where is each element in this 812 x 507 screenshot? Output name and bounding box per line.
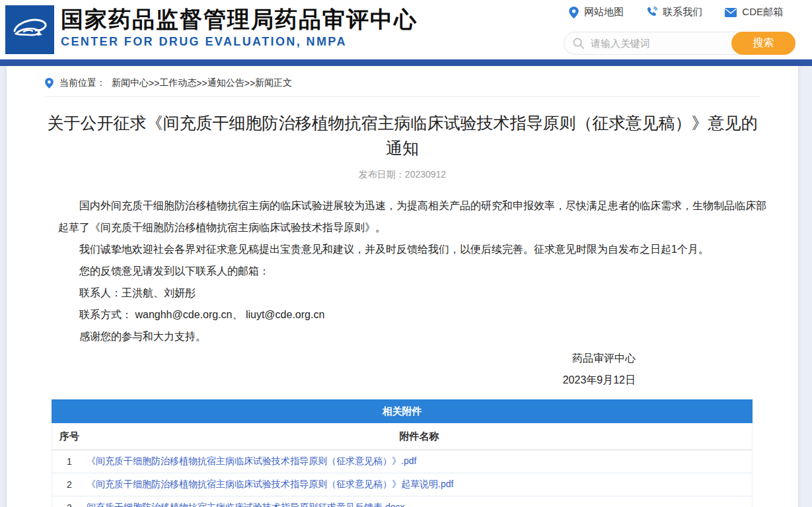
article-paragraph: 我们诚挚地欢迎社会各界对征求意见稿提出宝贵意见和建议，并及时反馈给我们，以便后续… bbox=[58, 238, 766, 260]
attachment-link-pdf-drafting-notes[interactable]: 《间充质干细胞防治移植物抗宿主病临床试验技术指导原则（征求意见稿）》起草说明.p… bbox=[87, 479, 453, 489]
contact-us-link[interactable]: 联系我们 bbox=[646, 6, 702, 18]
attachments-table: 相关附件 序号 附件名称 1 《间充质干细胞防治移植物抗宿主病临床试验技术指导原… bbox=[52, 399, 753, 507]
search-input[interactable] bbox=[589, 37, 721, 50]
location-pin-icon bbox=[569, 7, 579, 18]
phone-icon bbox=[646, 7, 657, 18]
site-header: 国家药品监督管理局药品审评中心 CENTER FOR DRUG EVALUATI… bbox=[0, 0, 812, 59]
cde-mail-label: CDE邮箱 bbox=[742, 6, 783, 18]
breadcrumb-divider bbox=[45, 96, 760, 97]
site-title-cn: 国家药品监督管理局药品审评中心 bbox=[61, 6, 418, 32]
header-divider-bar bbox=[0, 59, 812, 66]
header-quick-links: 网站地图 联系我们 CDE邮箱 bbox=[569, 6, 783, 18]
attachment-index: 2 bbox=[52, 479, 87, 490]
article-paragraph-emails: 联系方式： wanghh@cde.org.cn、 liuyt@cde.org.c… bbox=[58, 304, 766, 325]
attachment-index: 1 bbox=[52, 456, 87, 467]
main-content-card: 当前位置： 新闻中心 >> 工作动态 >> 通知公告 >> 新闻正文 关于公开征… bbox=[7, 66, 798, 507]
attachments-title: 相关附件 bbox=[52, 399, 753, 423]
site-title-en: CENTER FOR DRUG EVALUATION, NMPA bbox=[61, 35, 418, 49]
table-row: 1 《间充质干细胞防治移植物抗宿主病临床试验技术指导原则（征求意见稿）》.pdf bbox=[52, 450, 753, 473]
breadcrumb-item-work-dynamics[interactable]: 工作动态 bbox=[159, 77, 196, 89]
breadcrumb: 当前位置： 新闻中心 >> 工作动态 >> 通知公告 >> 新闻正文 bbox=[7, 66, 798, 89]
table-row: 3 间充质干细胞防治移植物抗宿主病临床试验技术指导原则征求意见反馈表.docx bbox=[52, 496, 753, 507]
sitemap-link[interactable]: 网站地图 bbox=[569, 6, 624, 18]
column-header-name: 附件名称 bbox=[87, 430, 752, 443]
table-row: 2 《间充质干细胞防治移植物抗宿主病临床试验技术指导原则（征求意见稿）》起草说明… bbox=[52, 473, 753, 496]
attachment-link-docx-feedback-form[interactable]: 间充质干细胞防治移植物抗宿主病临床试验技术指导原则征求意见反馈表.docx bbox=[87, 502, 404, 507]
attachment-link-pdf-guideline[interactable]: 《间充质干细胞防治移植物抗宿主病临床试验技术指导原则（征求意见稿）》.pdf bbox=[87, 456, 416, 466]
envelope-icon bbox=[725, 8, 737, 17]
attachment-index: 3 bbox=[52, 502, 87, 507]
search-bar: 搜索 bbox=[564, 32, 795, 55]
breadcrumb-prefix: 当前位置： bbox=[59, 77, 106, 89]
column-header-index: 序号 bbox=[52, 430, 87, 443]
breadcrumb-item-notices[interactable]: 通知公告 bbox=[207, 77, 244, 89]
article-signature: 药品审评中心 2023年9月12日 bbox=[58, 347, 766, 391]
breadcrumb-item-news-center[interactable]: 新闻中心 bbox=[112, 77, 149, 89]
cde-logo-icon bbox=[11, 14, 49, 46]
article-paragraph: 您的反馈意见请发到以下联系人的邮箱： bbox=[58, 260, 766, 282]
sitemap-label: 网站地图 bbox=[584, 6, 624, 18]
article-paragraph: 感谢您的参与和大力支持。 bbox=[58, 325, 766, 347]
cde-mail-link[interactable]: CDE邮箱 bbox=[725, 6, 783, 18]
breadcrumb-separator: >> bbox=[244, 78, 255, 88]
contact-us-label: 联系我们 bbox=[663, 6, 702, 18]
site-brand: 国家药品监督管理局药品审评中心 CENTER FOR DRUG EVALUATI… bbox=[61, 6, 418, 49]
search-icon bbox=[573, 38, 584, 49]
search-button[interactable]: 搜索 bbox=[731, 32, 795, 55]
article-paragraph: 国内外间充质干细胞防治移植物抗宿主病的临床试验进展较为迅速，为提高相关产品的研究… bbox=[58, 195, 766, 238]
article-title: 关于公开征求《间充质干细胞防治移植物抗宿主病临床试验技术指导原则（征求意见稿）》… bbox=[44, 110, 761, 160]
breadcrumb-separator: >> bbox=[149, 78, 159, 88]
breadcrumb-separator: >> bbox=[196, 78, 207, 88]
breadcrumb-item-article[interactable]: 新闻正文 bbox=[255, 77, 292, 89]
breadcrumb-pin-icon bbox=[45, 78, 54, 88]
article-body: 国内外间充质干细胞防治移植物抗宿主病的临床试验进展较为迅速，为提高相关产品的研究… bbox=[58, 195, 766, 391]
article-paragraph-contacts: 联系人：王洪航、刘妍彤 bbox=[58, 282, 766, 304]
attachments-column-headers: 序号 附件名称 bbox=[52, 423, 753, 450]
publish-date: 发布日期：20230912 bbox=[7, 169, 798, 181]
cde-logo bbox=[5, 5, 54, 54]
signature-org: 药品审评中心 bbox=[58, 347, 636, 369]
signature-date: 2023年9月12日 bbox=[58, 369, 636, 391]
